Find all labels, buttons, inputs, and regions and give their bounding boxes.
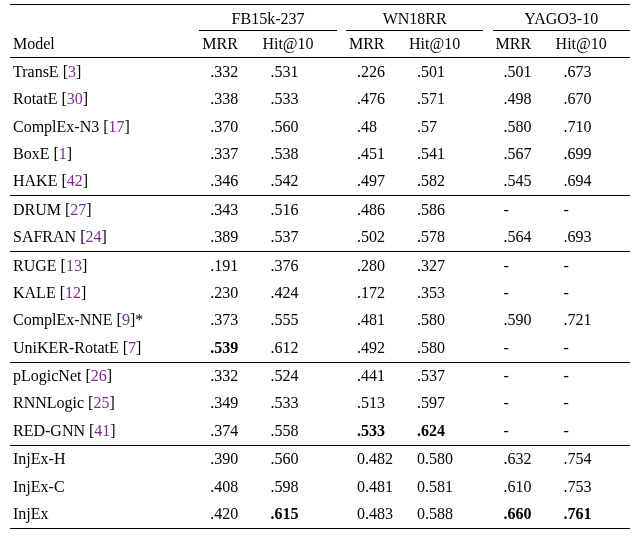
value-cell: .615 <box>259 501 336 529</box>
value-cell: .524 <box>259 362 336 390</box>
value-cell: .420 <box>199 501 259 529</box>
value-cell: .389 <box>199 224 259 252</box>
value-cell: .373 <box>199 307 259 334</box>
value-cell: .327 <box>406 252 483 280</box>
value-cell: .670 <box>553 86 630 113</box>
value-cell: .502 <box>346 224 406 252</box>
table-row: UniKER-RotatE [7].539.612.492.580-- <box>10 334 630 362</box>
citation-ref: 41 <box>94 422 110 439</box>
model-cell: pLogicNet [26] <box>10 362 199 390</box>
value-cell: .537 <box>259 224 336 252</box>
citation-ref: 12 <box>65 284 81 301</box>
dataset-header: WN18RR <box>346 5 483 31</box>
value-cell: .501 <box>406 58 483 86</box>
value-cell: - <box>493 196 553 224</box>
value-cell: .349 <box>199 390 259 417</box>
value-cell: .370 <box>199 113 259 140</box>
value-cell: .476 <box>346 86 406 113</box>
table-row: pLogicNet [26].332.524.441.537-- <box>10 362 630 390</box>
citation-ref: 7 <box>128 339 136 356</box>
value-cell: .580 <box>406 307 483 334</box>
model-cell: TransE [3] <box>10 58 199 86</box>
value-cell: - <box>493 252 553 280</box>
value-cell: 0.588 <box>406 501 483 529</box>
citation-ref: 3 <box>68 63 76 80</box>
value-cell: .560 <box>259 445 336 473</box>
value-cell: .353 <box>406 279 483 306</box>
mrr-header: MRR <box>199 30 259 57</box>
model-cell: SAFRAN [24] <box>10 224 199 252</box>
value-cell: .541 <box>406 140 483 167</box>
value-cell: .390 <box>199 445 259 473</box>
citation-ref: 1 <box>59 145 67 162</box>
citation-ref: 42 <box>67 172 83 189</box>
table-row: InjEx-C.408.5980.4810.581.610.753 <box>10 473 630 500</box>
value-cell: 0.481 <box>346 473 406 500</box>
value-cell: .497 <box>346 168 406 196</box>
value-cell: .754 <box>553 445 630 473</box>
table-row: SAFRAN [24].389.537.502.578.564.693 <box>10 224 630 252</box>
value-cell: .693 <box>553 224 630 252</box>
value-cell: .338 <box>199 86 259 113</box>
citation-ref: 25 <box>93 394 109 411</box>
value-cell: .582 <box>406 168 483 196</box>
value-cell: .486 <box>346 196 406 224</box>
value-cell: .498 <box>493 86 553 113</box>
model-cell: RED-GNN [41] <box>10 417 199 445</box>
value-cell: .612 <box>259 334 336 362</box>
model-cell: KALE [12] <box>10 279 199 306</box>
value-cell: .558 <box>259 417 336 445</box>
table-row: InjEx.420.6150.4830.588.660.761 <box>10 501 630 529</box>
model-cell: InjEx <box>10 501 199 529</box>
value-cell: .343 <box>199 196 259 224</box>
value-cell: .57 <box>406 113 483 140</box>
table-row: TransE [3].332.531.226.501.501.673 <box>10 58 630 86</box>
model-cell: DRUM [27] <box>10 196 199 224</box>
value-cell: .624 <box>406 417 483 445</box>
value-cell: .571 <box>406 86 483 113</box>
table-row: RotatE [30].338.533.476.571.498.670 <box>10 86 630 113</box>
value-cell: .172 <box>346 279 406 306</box>
value-cell: .191 <box>199 252 259 280</box>
value-cell: .632 <box>493 445 553 473</box>
value-cell: .533 <box>346 417 406 445</box>
value-cell: .578 <box>406 224 483 252</box>
value-cell: - <box>553 417 630 445</box>
value-cell: .332 <box>199 362 259 390</box>
value-cell: .564 <box>493 224 553 252</box>
table-row: ComplEx-NNE [9]*.373.555.481.580.590.721 <box>10 307 630 334</box>
value-cell: 0.483 <box>346 501 406 529</box>
table-row: RED-GNN [41].374.558.533.624-- <box>10 417 630 445</box>
value-cell: .533 <box>259 390 336 417</box>
value-cell: .560 <box>259 113 336 140</box>
value-cell: - <box>493 362 553 390</box>
value-cell: .710 <box>553 113 630 140</box>
value-cell: .513 <box>346 390 406 417</box>
value-cell: .280 <box>346 252 406 280</box>
value-cell: .660 <box>493 501 553 529</box>
value-cell: .376 <box>259 252 336 280</box>
value-cell: .538 <box>259 140 336 167</box>
model-cell: RNNLogic [25] <box>10 390 199 417</box>
value-cell: - <box>553 279 630 306</box>
citation-ref: 9 <box>122 311 130 328</box>
model-cell: UniKER-RotatE [7] <box>10 334 199 362</box>
value-cell: .555 <box>259 307 336 334</box>
value-cell: .761 <box>553 501 630 529</box>
value-cell: .694 <box>553 168 630 196</box>
value-cell: .580 <box>493 113 553 140</box>
value-cell: .533 <box>259 86 336 113</box>
value-cell: .567 <box>493 140 553 167</box>
model-cell: RotatE [30] <box>10 86 199 113</box>
model-cell: BoxE [1] <box>10 140 199 167</box>
value-cell: - <box>493 334 553 362</box>
value-cell: - <box>553 252 630 280</box>
value-cell: .537 <box>406 362 483 390</box>
value-cell: .408 <box>199 473 259 500</box>
table-row: DRUM [27].343.516.486.586-- <box>10 196 630 224</box>
model-cell: HAKE [42] <box>10 168 199 196</box>
hit-header: Hit@10 <box>406 30 483 57</box>
value-cell: .492 <box>346 334 406 362</box>
citation-ref: 13 <box>66 257 82 274</box>
table-row: BoxE [1].337.538.451.541.567.699 <box>10 140 630 167</box>
